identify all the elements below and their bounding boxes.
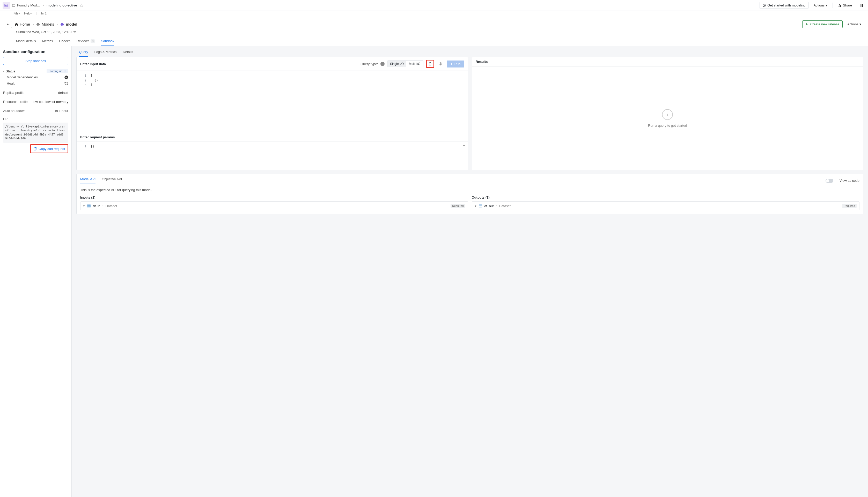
kv-model-dependencies: Model dependencies — [3, 73, 68, 80]
breadcrumb-root[interactable]: Foundry Mod… — [17, 3, 40, 7]
tab-metrics[interactable]: Metrics — [42, 38, 53, 46]
get-started-label: Get started with modeling — [767, 3, 805, 7]
output-item[interactable]: ▾ df_out • Dataset Required — [472, 201, 860, 210]
panel-toggle-icon[interactable] — [857, 2, 865, 9]
submitted-timestamp: Submitted Wed, Oct 11, 2023, 12:13 PM — [5, 28, 863, 38]
code-content[interactable]: [ {} ] — [89, 71, 100, 133]
results-title: Results — [476, 60, 860, 63]
chevron-right-icon: › — [57, 22, 58, 26]
stop-sandbox-button[interactable]: Stop sandbox — [3, 57, 68, 65]
reset-button[interactable] — [437, 60, 444, 68]
tab-model-details[interactable]: Model details — [16, 38, 36, 46]
breadcrumb-top: Foundry Mod… › modeling objective — [12, 3, 84, 7]
api-description: This is the expected API for querying th… — [77, 184, 863, 196]
sidebar-title: Sandbox configuration — [3, 49, 68, 54]
refresh-icon[interactable] — [64, 82, 68, 86]
required-badge: Required — [451, 204, 465, 208]
svg-rect-14 — [34, 148, 36, 150]
get-started-button[interactable]: Get started with modeling — [760, 2, 808, 9]
fold-icon[interactable]: — — [463, 143, 465, 147]
breadcrumb-current[interactable]: modeling objective — [46, 3, 77, 7]
breadcrumb-model[interactable]: model — [60, 22, 77, 26]
svg-rect-7 — [861, 5, 861, 6]
kv-replica-profile: Replica profile default — [3, 89, 68, 95]
chevron-down-icon: ▾ — [826, 3, 827, 7]
svg-point-4 — [840, 5, 841, 6]
api-card: Model API Objective API View as code Thi… — [76, 174, 863, 214]
svg-rect-1 — [12, 4, 15, 6]
divider — [832, 3, 833, 8]
main-tab-query[interactable]: Query — [79, 50, 88, 57]
svg-rect-9 — [862, 4, 863, 7]
dataset-icon — [87, 204, 91, 208]
input-data-title: Enter input data — [80, 62, 358, 66]
tab-reviews[interactable]: Reviews 0 — [77, 38, 95, 46]
svg-point-3 — [839, 4, 840, 5]
gutter: 123 — [77, 71, 89, 133]
svg-point-0 — [5, 4, 6, 5]
star-icon[interactable] — [80, 3, 84, 7]
header-actions-dropdown[interactable]: Actions ▾ — [845, 21, 863, 27]
tab-checks[interactable]: Checks — [59, 38, 70, 46]
org-indicator[interactable]: 1 — [41, 12, 46, 15]
svg-rect-10 — [41, 12, 42, 14]
results-hint: Run a query to get started — [648, 124, 687, 127]
query-type-label: Query type: — [360, 62, 378, 66]
view-as-code-toggle[interactable] — [826, 179, 833, 183]
svg-rect-17 — [87, 204, 90, 207]
topbar: Foundry Mod… › modeling objective Get st… — [0, 0, 868, 11]
breadcrumb-models[interactable]: Models — [37, 22, 54, 26]
request-params-title: Enter request params — [77, 133, 468, 141]
kv-health: Health — [3, 80, 68, 86]
status-section-header[interactable]: ▾Status Starting up — [3, 69, 68, 73]
app-icon[interactable] — [3, 2, 10, 9]
create-release-button[interactable]: Create new release — [802, 20, 843, 28]
sidebar: Sandbox configuration Stop sandbox ▾Stat… — [0, 46, 72, 497]
main-tab-details[interactable]: Details — [123, 50, 133, 57]
run-button[interactable]: Run — [447, 60, 464, 68]
copy-curl-button[interactable]: Copy curl request — [30, 144, 68, 153]
required-badge: Required — [842, 204, 857, 208]
main-tabs: Query Logs & Metrics Details — [76, 46, 863, 57]
chevron-right-icon: › — [42, 3, 45, 7]
url-label: URL — [3, 117, 68, 121]
chevron-down-icon: ▾ — [859, 22, 861, 26]
chevron-down-icon: ▾ — [31, 12, 32, 15]
chevron-right-icon: › — [32, 22, 34, 26]
clipboard-button[interactable] — [426, 60, 434, 68]
url-value[interactable]: /foundry-ml-live/api/inference/transform… — [3, 123, 68, 143]
folder-icon — [12, 4, 15, 7]
input-data-editor[interactable]: 123 [ {} ] — — [77, 71, 468, 133]
menubar: File▾ Help▾ | 1 — [0, 11, 868, 17]
svg-rect-8 — [861, 6, 861, 7]
svg-rect-11 — [42, 13, 43, 14]
main-tab-logs[interactable]: Logs & Metrics — [94, 50, 116, 57]
kv-auto-shutdown: Auto shutdown in 1 hour — [3, 107, 68, 113]
view-as-code-label: View as code — [840, 179, 859, 183]
chevron-down-icon[interactable]: ▾ — [83, 204, 85, 208]
fold-icon[interactable]: — — [463, 72, 465, 76]
actions-dropdown[interactable]: Actions ▾ — [812, 2, 830, 9]
inputs-heading: Inputs (1) — [80, 196, 468, 199]
query-card: Enter input data Query type: ? Single I/… — [76, 57, 468, 170]
multi-io-button[interactable]: Multi I/O — [406, 61, 423, 67]
kv-resource-profile: Resource profile low-cpu-lowest-memory — [3, 98, 68, 104]
back-button[interactable] — [5, 21, 12, 28]
share-button[interactable]: Share — [836, 2, 854, 9]
api-tab-model[interactable]: Model API — [80, 177, 96, 184]
query-type-segmented: Single I/O Multi I/O — [387, 60, 423, 67]
svg-rect-6 — [861, 4, 861, 5]
file-menu[interactable]: File▾ — [13, 12, 20, 15]
code-content[interactable]: {} — [89, 141, 96, 170]
tab-sandbox[interactable]: Sandbox — [101, 38, 114, 46]
results-card: Results i Run a query to get started — [472, 57, 864, 170]
single-io-button[interactable]: Single I/O — [387, 61, 406, 67]
help-icon[interactable]: ? — [381, 62, 385, 66]
api-tab-objective[interactable]: Objective API — [102, 177, 122, 184]
chevron-down-icon: ▾ — [3, 70, 4, 73]
breadcrumb-home[interactable]: Home — [14, 22, 30, 26]
input-item[interactable]: ▾ df_in • Dataset Required — [80, 201, 468, 210]
chevron-down-icon[interactable]: ▾ — [474, 204, 477, 208]
help-menu[interactable]: Help▾ — [24, 12, 32, 15]
request-params-editor[interactable]: 1 {} — — [77, 141, 468, 170]
